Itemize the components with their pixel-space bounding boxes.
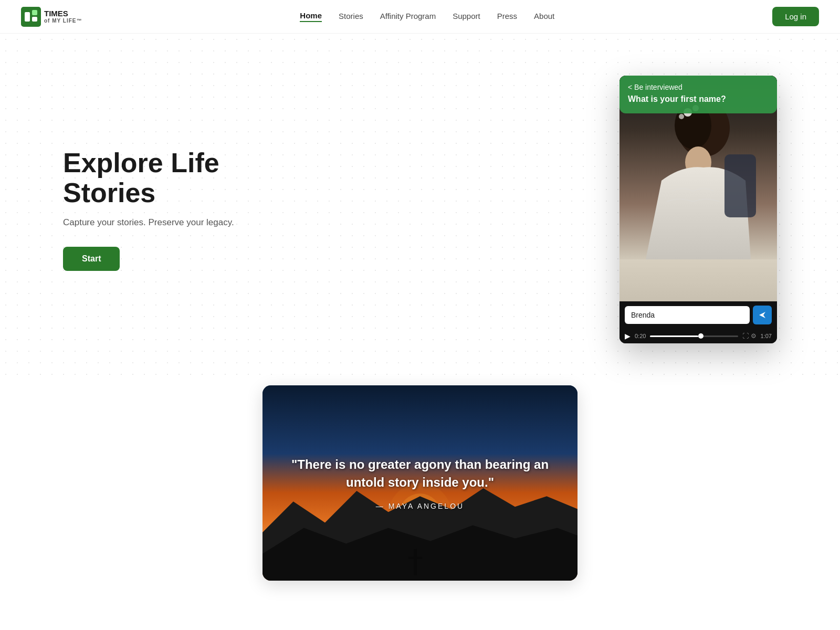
phone-image-area: < Be interviewed What is your first name… xyxy=(620,76,777,301)
hero-title: Explore Life Stories xyxy=(63,148,315,208)
phone-input-row xyxy=(620,301,777,329)
time-current: 0:20 xyxy=(635,333,646,339)
svg-rect-11 xyxy=(724,154,756,217)
hero-section: Explore Life Stories Capture your storie… xyxy=(0,34,840,385)
play-button[interactable]: ▶ xyxy=(625,332,631,340)
nav-support[interactable]: Support xyxy=(453,12,480,22)
quote-background: "There is no greater agony than bearing … xyxy=(262,385,578,581)
phone-mockup: < Be interviewed What is your first name… xyxy=(620,76,777,343)
interview-overlay: < Be interviewed What is your first name… xyxy=(620,76,777,113)
time-total: 1:07 xyxy=(761,333,772,339)
phone-controls: ▶ 0:20 ⛶ ⚙ 1:07 xyxy=(620,329,777,343)
nav-stories[interactable]: Stories xyxy=(339,12,363,22)
logo-link[interactable]: TIMES of MY LIFE™ xyxy=(21,7,82,27)
send-icon xyxy=(758,311,766,319)
svg-rect-3 xyxy=(32,17,37,22)
quote-overlay: "There is no greater agony than bearing … xyxy=(262,385,578,581)
back-label: < Be interviewed xyxy=(628,83,769,91)
nav-affinity[interactable]: Affinity Program xyxy=(380,12,436,22)
logo-icon xyxy=(21,7,41,27)
navbar: TIMES of MY LIFE™ Home Stories Affinity … xyxy=(0,0,840,34)
start-button[interactable]: Start xyxy=(63,247,120,271)
login-button[interactable]: Log in xyxy=(772,7,819,26)
control-icons: ⛶ ⚙ xyxy=(742,332,757,340)
nav-about[interactable]: About xyxy=(534,12,554,22)
phone-name-input[interactable] xyxy=(625,306,750,324)
phone-mockup-container: < Be interviewed What is your first name… xyxy=(620,76,777,343)
nav-links: Home Stories Affinity Program Support Pr… xyxy=(300,11,554,22)
progress-bar[interactable] xyxy=(650,335,738,337)
svg-rect-2 xyxy=(32,10,37,15)
quote-author: — MAYA ANGELOU xyxy=(376,502,464,510)
fullscreen-icon: ⛶ xyxy=(742,332,749,340)
phone-send-button[interactable] xyxy=(753,306,772,324)
progress-dot xyxy=(698,333,704,339)
interview-question: What is your first name? xyxy=(628,94,769,104)
quote-section: "There is no greater agony than bearing … xyxy=(0,385,840,612)
quote-image-wrapper: "There is no greater agony than bearing … xyxy=(262,385,578,581)
nav-press[interactable]: Press xyxy=(497,12,517,22)
svg-rect-0 xyxy=(21,7,41,27)
logo-text: TIMES of MY LIFE™ xyxy=(44,9,82,24)
quote-text: "There is no greater agony than bearing … xyxy=(284,456,556,491)
svg-rect-1 xyxy=(25,12,30,22)
settings-icon: ⚙ xyxy=(751,332,757,340)
svg-point-9 xyxy=(679,114,684,119)
nav-home[interactable]: Home xyxy=(300,11,322,22)
progress-fill xyxy=(650,335,698,337)
hero-content: Explore Life Stories Capture your storie… xyxy=(63,148,315,271)
hero-subtitle: Capture your stories. Preserve your lega… xyxy=(63,217,315,228)
